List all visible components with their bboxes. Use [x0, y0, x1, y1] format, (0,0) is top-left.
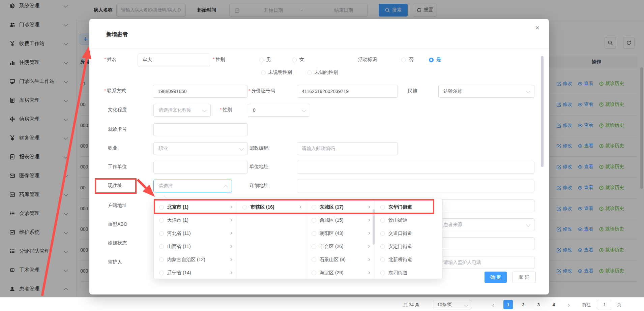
radio-icon[interactable] [312, 244, 316, 249]
radio-icon[interactable] [159, 231, 164, 236]
radio-no[interactable] [401, 58, 406, 62]
pagination-bar: 共 34 条 10条/页 ‹ 1234 › 前往 1 页 [0, 297, 644, 311]
current-address-select[interactable]: 请选择 [153, 180, 232, 192]
name-input[interactable]: 牢大 [138, 54, 210, 66]
radio-female-label[interactable]: 女 [299, 57, 304, 63]
cascader-option[interactable]: 海淀区 (29)› [306, 266, 375, 279]
radio-icon[interactable] [242, 205, 247, 210]
marital-status-label: 婚姻状态 [108, 240, 127, 246]
page-number-2[interactable]: 2 [519, 300, 528, 309]
postal-code-input[interactable]: 请输入邮政编码 [297, 142, 398, 155]
cascader-option[interactable]: 北新桥街道 [375, 253, 443, 266]
work-unit-label: 工作单位 [108, 164, 127, 170]
education-select[interactable]: 请选择文化程度 [153, 104, 211, 117]
chevron-down-icon [464, 303, 468, 307]
radio-female[interactable] [292, 58, 297, 62]
cascader-option[interactable]: 东华门街道 [375, 200, 443, 214]
ethnicity-select[interactable]: 达斡尔族 [438, 85, 534, 98]
radio-icon[interactable] [380, 257, 385, 262]
radio-icon[interactable] [380, 271, 385, 275]
chevron-down-icon [239, 146, 244, 151]
radio-icon[interactable] [159, 218, 164, 223]
prev-page-button[interactable]: ‹ [489, 300, 498, 309]
next-page-button[interactable]: › [564, 300, 574, 309]
cascader-column-3: 东城区 (17)›西城区 (15)›朝阳区 (43)›丰台区 (26)›石景山区… [306, 199, 375, 278]
cascader-option[interactable]: 安定门街道 [375, 240, 443, 253]
title-divider [89, 49, 549, 49]
cascader-option[interactable]: 北京市 (1)› [154, 200, 237, 214]
work-address-label: 单位地址 [250, 164, 268, 170]
postal-code-label: 邮政编码 [250, 145, 268, 151]
chevron-up-icon [224, 185, 228, 189]
radio-gender-unknown-label[interactable]: 未知的性别 [315, 69, 338, 75]
cascader-option-label: 内蒙古自治区 (12) [167, 257, 205, 263]
radio-no-label[interactable]: 否 [409, 57, 413, 63]
goto-page-input[interactable]: 1 [597, 300, 612, 309]
close-icon[interactable]: × [535, 24, 539, 32]
radio-icon[interactable] [312, 205, 316, 210]
radio-gender-unspecified-label[interactable]: 未说明性别 [268, 69, 292, 75]
cascader-option[interactable]: 西城区 (15)› [306, 214, 375, 227]
guardian-phone-input[interactable]: 请输入监护人电话 [438, 256, 534, 269]
radio-icon[interactable] [380, 244, 385, 249]
radio-gender-unknown[interactable] [307, 70, 312, 75]
chevron-right-icon: › [368, 203, 370, 210]
blood-type-label: 血型ABO [108, 221, 127, 227]
chevron-right-icon: › [368, 269, 370, 275]
chevron-right-icon: › [368, 256, 370, 262]
work-unit-input[interactable] [153, 161, 248, 174]
radio-icon[interactable] [312, 218, 316, 223]
cascader-option[interactable]: 山西省 (11)› [154, 240, 237, 253]
radio-male-label[interactable]: 男 [266, 57, 271, 63]
cascader-option[interactable]: 内蒙古自治区 (12)› [154, 253, 237, 266]
modal-scrollbar[interactable] [541, 56, 544, 167]
cascader-option[interactable]: 天津市 (1)› [154, 214, 237, 227]
radio-icon[interactable] [159, 244, 164, 249]
cascader-option[interactable]: 石景山区 (9)› [306, 253, 375, 266]
radio-gender-unspecified[interactable] [261, 70, 266, 75]
chevron-down-icon [202, 108, 207, 112]
gender-code-select[interactable]: 0 [248, 104, 310, 117]
cascader-scrollbar[interactable] [373, 209, 375, 245]
active-flag-label: 活动标识 [358, 57, 377, 63]
cancel-button[interactable]: 取 消 [512, 272, 536, 283]
cascader-option[interactable]: 丰台区 (26)› [306, 240, 375, 253]
modal-title: 新增患者 [106, 31, 128, 38]
contact-input[interactable]: 19880991650 [153, 85, 247, 98]
page-number-3[interactable]: 3 [534, 300, 543, 309]
cascader-option[interactable]: 朝阳区 (43)› [306, 227, 375, 240]
page-size-select[interactable]: 10条/页 [434, 300, 471, 309]
radio-icon[interactable] [312, 231, 316, 236]
detail-address-input[interactable] [297, 180, 534, 192]
page-number-1[interactable]: 1 [503, 300, 513, 309]
radio-icon[interactable] [380, 231, 385, 236]
cascader-option[interactable]: 东四街道 [375, 266, 443, 279]
card-no-input[interactable] [153, 123, 248, 136]
cascader-option[interactable]: 河北省 (11)› [154, 227, 237, 240]
work-address-input[interactable] [297, 161, 534, 174]
patient-source-select[interactable]: 患者来源 [438, 218, 534, 231]
radio-icon[interactable] [159, 257, 164, 262]
radio-male[interactable] [259, 58, 264, 62]
id-number-input[interactable]: 411625192602039719 [297, 85, 398, 98]
radio-icon[interactable] [159, 205, 164, 210]
radio-icon[interactable] [159, 271, 164, 275]
radio-icon[interactable] [312, 257, 316, 262]
cascader-option[interactable]: 市辖区 (16)› [237, 200, 306, 214]
cascader-option-label: 海淀区 (29) [320, 270, 344, 276]
cascader-option[interactable]: 交道口街道 [375, 227, 443, 240]
page-number-4[interactable]: 4 [549, 300, 558, 309]
radio-icon[interactable] [380, 205, 385, 210]
cascader-option-label: 市辖区 (16) [251, 204, 274, 210]
cascader-option[interactable]: 东城区 (17)› [306, 200, 375, 214]
radio-icon[interactable] [312, 271, 316, 275]
occupation-select[interactable]: 职业 [153, 142, 248, 155]
current-address-label: 现住址 [108, 183, 122, 189]
radio-yes[interactable] [429, 58, 434, 62]
radio-icon[interactable] [380, 218, 385, 223]
cascader-option[interactable]: 辽宁省 (14)› [154, 266, 237, 279]
radio-yes-label[interactable]: 是 [436, 57, 441, 63]
confirm-button[interactable]: 确 定 [485, 272, 507, 283]
address-cascader-panel: 北京市 (1)›天津市 (1)›河北省 (11)›山西省 (11)›内蒙古自治区… [153, 199, 443, 279]
cascader-option[interactable]: 景山街道 [375, 214, 443, 227]
